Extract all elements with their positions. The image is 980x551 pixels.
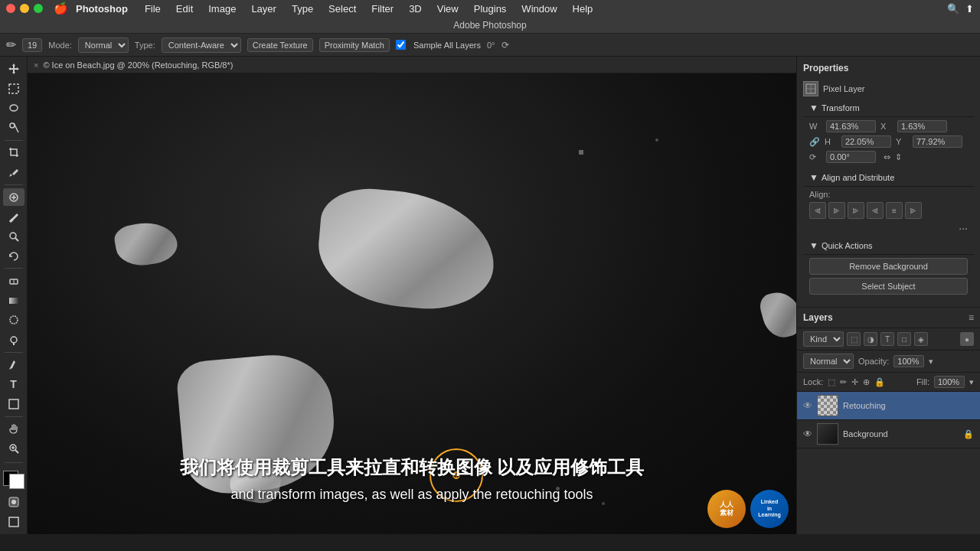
text-tool[interactable]: T: [3, 375, 24, 393]
layers-lock-row: Lock: ⬚ ✏ ✛ ⊕ 🔒 Fill: ▾: [797, 373, 980, 392]
align-top-button[interactable]: ⫷: [867, 202, 884, 219]
align-right-button[interactable]: ⫸: [848, 202, 864, 219]
select-rect-tool[interactable]: [3, 80, 24, 98]
x-label: X: [880, 122, 893, 131]
align-center-v-button[interactable]: ≡: [886, 202, 903, 219]
lock-pixels-button[interactable]: ✏: [840, 377, 847, 387]
blend-mode-select[interactable]: Normal: [803, 354, 854, 369]
menu-view[interactable]: View: [431, 3, 465, 15]
move-tool[interactable]: [3, 60, 24, 78]
fill-chevron[interactable]: ▾: [969, 377, 974, 387]
brush-tool[interactable]: [3, 207, 24, 226]
close-button[interactable]: [6, 4, 15, 13]
fill-input[interactable]: [934, 376, 965, 388]
sample-all-layers-checkbox[interactable]: [396, 40, 406, 50]
brush-size-input[interactable]: 19: [22, 38, 42, 52]
align-bottom-button[interactable]: ⫸: [905, 202, 922, 219]
minimize-button[interactable]: [20, 4, 29, 13]
tab-close-icon[interactable]: ×: [34, 60, 38, 70]
lock-transparent-button[interactable]: ⬚: [828, 377, 835, 387]
layer-filter-active-button[interactable]: ●: [960, 332, 974, 346]
layer-filter-adjust-button[interactable]: ◑: [864, 332, 877, 346]
clone-stamp-tool[interactable]: [3, 227, 24, 246]
search-icon[interactable]: 🔍: [947, 3, 959, 15]
screen-mode-tool[interactable]: [3, 513, 24, 531]
flip-v-icon[interactable]: ⇕: [895, 152, 902, 162]
pen-tool[interactable]: [3, 356, 24, 374]
maximize-button[interactable]: [34, 4, 43, 13]
opacity-input[interactable]: [893, 355, 924, 367]
proximity-match-button[interactable]: Proximity Match: [319, 38, 390, 52]
layer-filter-shape-button[interactable]: □: [897, 332, 911, 346]
lock-label: Lock:: [803, 377, 823, 386]
layer-filter-type-button[interactable]: T: [880, 332, 894, 346]
menu-window[interactable]: Window: [515, 3, 563, 15]
quick-mask-tool[interactable]: [3, 494, 24, 512]
menu-filter[interactable]: Filter: [365, 3, 400, 15]
layer-item-background[interactable]: 👁 Background 🔒: [797, 420, 980, 448]
menu-image[interactable]: Image: [202, 3, 242, 15]
align-left-button[interactable]: ⫷: [809, 202, 826, 219]
color-picker[interactable]: [3, 471, 24, 489]
lasso-tool[interactable]: [3, 99, 24, 117]
svg-point-7: [10, 233, 16, 239]
history-brush-tool[interactable]: [3, 247, 24, 266]
h-input[interactable]: [841, 135, 891, 148]
gradient-tool[interactable]: [3, 292, 24, 310]
lock-position-button[interactable]: ✛: [851, 377, 858, 387]
menu-3d[interactable]: 3D: [403, 3, 428, 15]
magic-wand-tool[interactable]: [3, 119, 24, 137]
create-texture-button[interactable]: Create Texture: [247, 38, 313, 52]
shape-tool[interactable]: [3, 395, 24, 413]
y-input[interactable]: [913, 135, 962, 148]
eyedropper-tool[interactable]: [3, 163, 24, 181]
lock-aspect-icon[interactable]: 🔗: [809, 137, 820, 147]
type-select[interactable]: Content-Aware: [162, 37, 241, 53]
scatter-dot-1: [579, 150, 583, 155]
select-subject-button[interactable]: Select Subject: [809, 278, 968, 295]
background-color[interactable]: [9, 474, 24, 489]
menu-type[interactable]: Type: [286, 3, 319, 15]
crop-tool[interactable]: [3, 144, 24, 162]
layer-filter-smart-button[interactable]: ◈: [914, 332, 928, 346]
w-input[interactable]: [826, 120, 876, 132]
menu-select[interactable]: Select: [322, 3, 362, 15]
dodge-tool[interactable]: [3, 331, 24, 349]
menu-layer[interactable]: Layer: [245, 3, 283, 15]
menu-file[interactable]: File: [139, 3, 167, 15]
hand-tool[interactable]: [3, 420, 24, 439]
optionsbar: ✏ 19 Mode: Normal Type: Content-Aware Cr…: [0, 34, 980, 57]
layer-item-retouching[interactable]: 👁 Retouching: [797, 392, 980, 420]
layer-visibility-retouching[interactable]: 👁: [803, 400, 812, 411]
mode-select[interactable]: Normal: [78, 37, 129, 53]
svg-point-1: [10, 105, 18, 111]
kind-filter-select[interactable]: Kind: [803, 331, 844, 347]
layer-visibility-background[interactable]: 👁: [803, 429, 812, 439]
layers-collapse-icon[interactable]: ≡: [969, 312, 974, 323]
opacity-chevron[interactable]: ▾: [929, 357, 933, 367]
opacity-label: Opacity:: [858, 357, 889, 366]
healing-brush-tool[interactable]: [3, 188, 24, 207]
transform-section[interactable]: ▼ Transform: [803, 99, 974, 117]
align-center-h-button[interactable]: ⫸: [828, 202, 845, 219]
share-icon[interactable]: ⬆: [965, 3, 974, 15]
zoom-tool[interactable]: [3, 439, 24, 458]
collapse-arrow-transform: ▼: [809, 103, 818, 113]
blur-tool[interactable]: [3, 311, 24, 330]
menu-edit[interactable]: Edit: [170, 3, 199, 15]
flip-h-icon[interactable]: ⇔: [884, 152, 890, 162]
layer-filter-pixel-button[interactable]: ⬚: [847, 332, 861, 346]
apple-menu[interactable]: 🍎: [54, 2, 68, 15]
lock-artboard-button[interactable]: ⊕: [863, 377, 870, 387]
menu-help[interactable]: Help: [567, 3, 599, 15]
remove-background-button[interactable]: Remove Background: [809, 258, 968, 275]
lock-all-button[interactable]: 🔒: [874, 377, 885, 387]
eraser-tool[interactable]: [3, 272, 24, 290]
align-section[interactable]: ▼ Align and Distribute: [803, 169, 974, 187]
quick-actions-section[interactable]: ▼ Quick Actions: [803, 237, 974, 255]
angle-input[interactable]: [826, 151, 876, 163]
menu-plugins[interactable]: Plugins: [468, 3, 513, 15]
x-input[interactable]: [897, 120, 947, 132]
y-label: Y: [896, 137, 908, 146]
more-options-button[interactable]: ···: [959, 222, 968, 234]
